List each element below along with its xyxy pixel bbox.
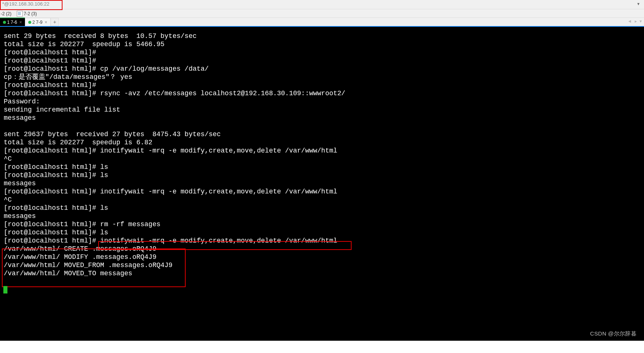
watermark-text: CSDN @尔尔辞暮: [590, 330, 637, 338]
terminal-line: [root@localhost1 html]# rsync -avz /etc/…: [4, 90, 345, 97]
terminal-line: messages: [4, 114, 36, 122]
tab-number: 1: [7, 20, 10, 25]
terminal-line: ^C: [4, 155, 12, 163]
terminal-line: ^C: [4, 196, 12, 203]
tab-label: 7-9: [36, 20, 42, 25]
status-dot-icon: [3, 21, 6, 24]
dropdown-arrow-icon[interactable]: ▼: [637, 2, 640, 6]
session-label-2: 7-2 (3): [24, 11, 37, 16]
window-titlebar: *@192.168.30.106:22 ▼: [0, 0, 644, 9]
terminal-line: sent 29637 bytes received 27 bytes 8475.…: [4, 131, 221, 138]
terminal-line: /var/www/html/ MOVED_TO messages: [4, 270, 132, 277]
tab-label: 7-6: [11, 20, 17, 25]
terminal-line: total size is 202277 speedup is 5466.95: [4, 41, 164, 48]
session-item-1[interactable]: -2 (2): [1, 11, 12, 16]
window-title: *@192.168.30.106:22: [2, 1, 49, 7]
session-label-1: -2 (2): [1, 11, 12, 16]
terminal-line: [root@localhost1 html]# ls: [4, 163, 108, 171]
tab-bar: 1 7-6 × 2 7-9 × + ◄ ▸ ▾: [0, 18, 644, 26]
terminal-line: [root@localhost1 html]#: [4, 81, 96, 89]
terminal-line: sending incremental file list: [4, 106, 120, 113]
session-icon: [17, 11, 23, 17]
terminal-cursor: [3, 286, 7, 293]
status-dot-icon: [28, 21, 31, 24]
terminal-line: [root@localhost1 html]# inotifywait -mrq…: [4, 237, 337, 244]
terminal-line: [root@localhost1 html]# cp /var/log/mess…: [4, 65, 209, 73]
terminal-line: [root@localhost1 html]#: [4, 49, 96, 56]
terminal-line: /var/www/html/ MOVED_FROM .messages.oRQ4…: [4, 261, 173, 269]
terminal-line: [root@localhost1 html]# rm -rf messages: [4, 221, 160, 228]
terminal-output[interactable]: sent 29 bytes received 8 bytes 10.57 byt…: [0, 27, 644, 341]
tab-7-9[interactable]: 2 7-9 ×: [25, 18, 51, 26]
terminal-line: [root@localhost1 html]# inotifywait -mrq…: [4, 188, 337, 195]
session-bar: -2 (2) 7-2 (3): [0, 9, 644, 18]
terminal-line: [root@localhost1 html]#: [4, 57, 96, 64]
terminal-line: cp：是否覆盖"/data/messages"？ yes: [4, 73, 132, 81]
terminal-line: messages: [4, 180, 36, 187]
terminal-line: [root@localhost1 html]# ls: [4, 204, 108, 212]
close-icon[interactable]: ×: [19, 20, 22, 25]
terminal-line: [root@localhost1 html]# inotifywait -mrq…: [4, 147, 337, 154]
terminal-line: /var/www/html/ MODIFY .messages.oRQ4J9: [4, 253, 156, 261]
terminal-line: messages: [4, 212, 36, 220]
session-item-2[interactable]: 7-2 (3): [17, 11, 37, 17]
terminal-line: [root@localhost1 html]# ls: [4, 171, 108, 179]
close-icon[interactable]: ×: [45, 20, 47, 25]
add-tab-button[interactable]: +: [51, 18, 59, 26]
tab-7-6[interactable]: 1 7-6 ×: [0, 18, 25, 26]
terminal-line: /var/www/html/ CREATE .messages.oRQ4J9: [4, 245, 156, 253]
tab-nav-arrows[interactable]: ◄ ▸ ▾: [627, 19, 643, 24]
terminal-line: sent 29 bytes received 8 bytes 10.57 byt…: [4, 32, 196, 40]
terminal-line: Password:: [4, 98, 40, 105]
terminal-line: total size is 202277 speedup is 6.82: [4, 139, 153, 146]
terminal-line: [root@localhost1 html]# ls: [4, 229, 108, 236]
tab-number: 2: [32, 20, 35, 25]
